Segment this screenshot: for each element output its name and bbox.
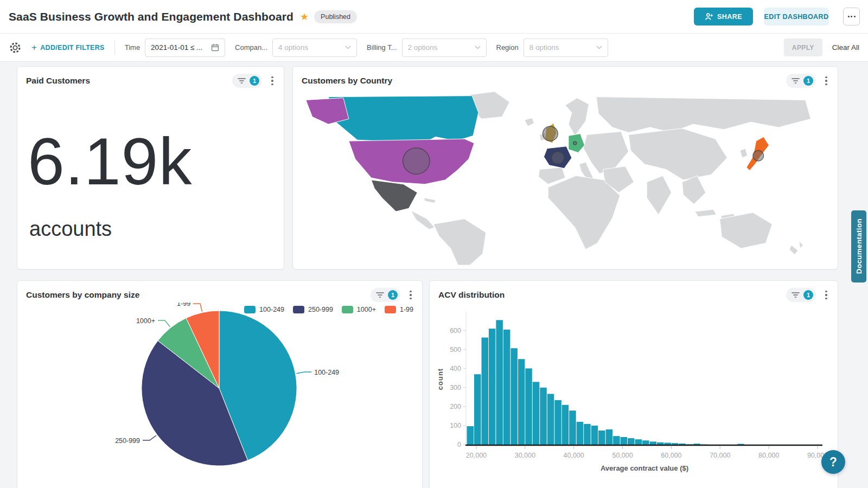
apply-button[interactable]: APPLY [784,38,822,56]
dot [851,16,852,17]
hist-bar[interactable] [467,426,474,445]
more-options-button[interactable] [843,8,860,25]
card-filter-chip[interactable]: 1 [371,288,400,302]
hist-bar[interactable] [628,438,635,445]
pie-label-leader [296,372,311,374]
map-landmass [720,213,773,248]
card-filter-chip[interactable]: 1 [232,74,262,88]
x-tick-label: 40,000 [564,452,584,459]
region-filter-group: Region 8 options [496,38,608,57]
hist-bar[interactable] [657,442,664,445]
hist-bar[interactable] [525,368,532,445]
edit-dashboard-button[interactable]: EDIT DASHBOARD [764,8,829,25]
hist-bar[interactable] [482,338,489,445]
filter-bar: + ADD/EDIT FILTERS Time 2021-01-01 ≤ ...… [0,34,868,62]
share-user-icon [705,12,713,21]
hist-bar[interactable] [547,394,554,445]
filter-lines-icon [791,77,800,85]
hist-bar[interactable] [672,443,679,445]
card-header: ACV distribution 1 [438,287,831,303]
company-filter-select[interactable]: 4 options [272,38,357,57]
card-filter-chip[interactable]: 1 [786,288,816,302]
hist-bar[interactable] [518,359,525,445]
map-marker-united-states[interactable] [403,148,430,175]
billing-filter-value: 2 options [408,43,438,52]
paid-customers-card: Paid Customers 1 6.19k accounts [17,66,284,269]
hist-bar[interactable] [642,440,649,445]
card-menu-kebab[interactable] [406,288,416,302]
hist-bar[interactable] [650,441,657,445]
favorite-star-icon[interactable]: ★ [300,11,309,23]
x-tick-label: 20,000 [466,452,487,459]
map-marker-united-kingdom[interactable] [543,126,558,141]
documentation-tab[interactable]: Documentation [851,210,866,282]
billing-filter-select[interactable]: 2 options [402,38,487,57]
hist-bar[interactable] [562,405,569,445]
histogram-chart[interactable]: 010020030040050060020,00030,00040,00050,… [434,303,830,481]
hist-bar[interactable] [635,439,642,445]
hist-bar[interactable] [606,429,613,445]
map-marker-france[interactable] [551,151,564,164]
hist-bar[interactable] [496,320,503,445]
world-map-chart[interactable] [297,89,833,266]
hist-bar[interactable] [598,431,605,445]
pie-label-leader [158,320,170,327]
billing-filter-label: Billing T... [367,43,397,52]
card-menu-kebab[interactable] [821,74,831,88]
region-filter-value: 8 options [529,43,559,52]
map-landmass [525,118,534,126]
world-map-svg [297,89,833,266]
chevron-down-icon [475,46,481,49]
divider [114,41,115,55]
pie-chart[interactable]: 100-249250-9991000+1-99 [22,303,369,477]
acv-distribution-card: ACV distribution 1 010020030040050060020… [429,280,838,488]
clear-all-button[interactable]: Clear All [832,43,859,52]
card-filter-chip[interactable]: 1 [786,74,816,88]
hist-bar[interactable] [540,388,547,445]
map-country-mexico[interactable] [371,180,417,211]
pie-outside-label: 1-99 [177,303,190,307]
hist-bar[interactable] [584,424,591,445]
share-button[interactable]: SHARE [694,8,753,25]
hist-bar[interactable] [591,426,598,445]
map-landmass [799,241,803,248]
hist-bar[interactable] [554,400,561,445]
hist-bar[interactable] [577,422,584,445]
legend-item-1-99[interactable]: 1-99 [385,306,413,313]
card-title: Customers by Country [302,76,392,86]
hist-bar[interactable] [489,329,496,445]
add-edit-filters-button[interactable]: + ADD/EDIT FILTERS [31,42,105,53]
hist-bar[interactable] [474,374,481,445]
map-marker-germany[interactable] [573,142,577,145]
hist-bar[interactable] [693,444,700,445]
hist-bar[interactable] [569,410,576,445]
y-tick-label: 300 [450,384,461,391]
filter-lines-icon [375,291,385,299]
time-filter-input[interactable]: 2021-01-01 ≤ ... [145,38,225,57]
hist-bar[interactable] [613,436,620,445]
hist-bar[interactable] [510,348,518,445]
region-filter-select[interactable]: 8 options [524,38,608,57]
help-button[interactable]: ? [821,450,845,474]
settings-gear-icon[interactable] [9,41,22,54]
hist-bar[interactable] [621,437,628,445]
map-marker-japan[interactable] [753,151,764,161]
hist-bar[interactable] [664,443,671,445]
hist-bar[interactable] [503,330,510,445]
y-tick-label: 100 [450,422,461,429]
time-filter-value: 2021-01-01 ≤ ... [151,43,202,52]
hist-bar[interactable] [533,382,540,445]
hist-bar[interactable] [679,444,686,445]
map-country-canada[interactable] [328,96,478,143]
map-landmass [433,219,486,265]
card-menu-kebab[interactable] [821,288,831,302]
help-button-label: ? [829,455,837,470]
dot [854,16,856,17]
metric-unit: accounts [29,217,112,241]
map-landmass [424,198,436,203]
filter-count-badge: 1 [803,76,813,86]
card-menu-kebab[interactable] [267,74,277,88]
map-landmass [740,149,748,158]
y-tick-label: 200 [450,403,461,410]
filter-count-badge: 1 [388,290,398,300]
